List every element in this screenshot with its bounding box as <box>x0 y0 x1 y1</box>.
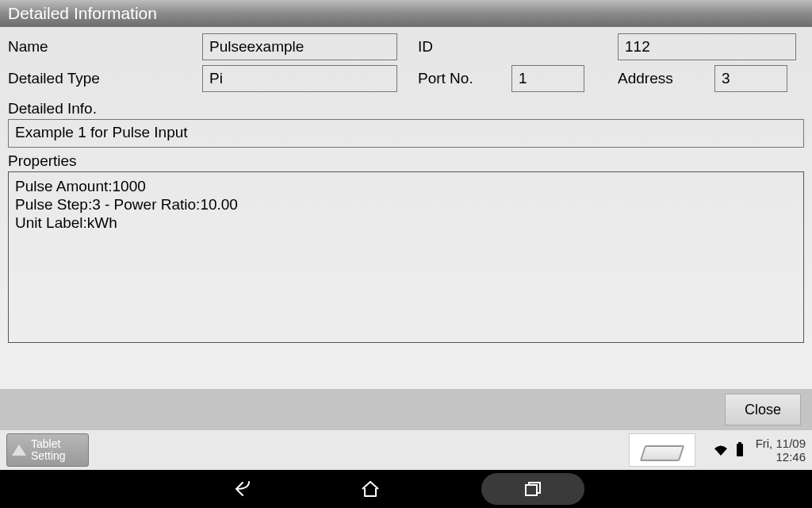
address-value: 3 <box>722 70 730 87</box>
properties-label: Properties <box>8 152 804 170</box>
recent-apps-button[interactable] <box>481 473 584 505</box>
name-label: Name <box>8 38 202 56</box>
port-no-value: 1 <box>519 70 527 87</box>
android-nav-bar <box>0 470 812 508</box>
detailed-type-label: Detailed Type <box>8 70 202 87</box>
battery-icon <box>737 444 743 456</box>
detailed-type-value: Pi <box>209 70 223 87</box>
home-button[interactable] <box>354 473 386 505</box>
detailed-info-field[interactable]: Example 1 for Pulse Input <box>8 119 804 148</box>
detailed-info-value: Example 1 for Pulse Input <box>15 124 188 140</box>
id-value: 112 <box>625 38 650 56</box>
date-text: Fri, 11/09 <box>756 437 806 450</box>
home-icon <box>360 479 381 498</box>
name-value: Pulseexample <box>209 38 304 56</box>
properties-box: Pulse Amount:1000 Pulse Step:3 - Power R… <box>8 171 804 343</box>
time-text: 12:46 <box>756 450 806 464</box>
id-label: ID <box>418 38 618 56</box>
recent-apps-icon <box>523 480 542 498</box>
detailed-info-label: Detailed Info. <box>8 100 804 117</box>
id-field[interactable]: 112 <box>618 33 796 60</box>
tablet-setting-label: Tablet Setting <box>31 438 66 463</box>
tablet-setting-button[interactable]: Tablet Setting <box>6 433 89 467</box>
action-bar: Close <box>0 389 812 430</box>
port-no-label: Port No. <box>418 70 511 87</box>
address-field[interactable]: 3 <box>714 65 787 92</box>
close-button[interactable]: Close <box>725 394 801 425</box>
address-label: Address <box>618 70 697 87</box>
tray-icon[interactable] <box>629 433 695 467</box>
wifi-icon <box>713 444 729 456</box>
status-bar: Tablet Setting Fri, 11/09 12:46 <box>0 430 812 470</box>
page-title: Detailed Information <box>8 4 157 23</box>
up-arrow-icon <box>12 444 26 456</box>
back-button[interactable] <box>228 473 259 505</box>
svg-rect-0 <box>526 485 537 495</box>
content-area: Name Pulseexample ID 112 Detailed Type P… <box>0 27 812 389</box>
datetime: Fri, 11/09 12:46 <box>756 437 806 464</box>
detailed-type-field[interactable]: Pi <box>202 65 397 92</box>
close-button-label: Close <box>745 402 781 418</box>
title-bar: Detailed Information <box>0 0 812 27</box>
back-icon <box>232 479 255 498</box>
name-field[interactable]: Pulseexample <box>202 33 397 60</box>
tray-shape-icon <box>639 445 684 461</box>
port-no-field[interactable]: 1 <box>511 65 584 92</box>
